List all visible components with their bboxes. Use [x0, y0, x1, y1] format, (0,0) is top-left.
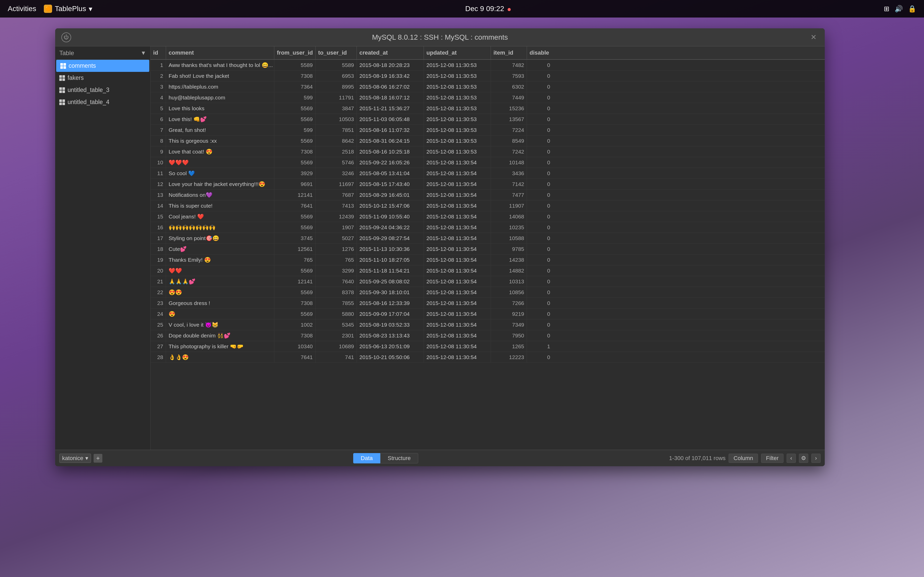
cell-disable: 1 [527, 341, 553, 351]
cell-from-user-id: 7308 [274, 330, 315, 341]
cell-updated-at: 2015-12-08 11:30:54 [424, 200, 491, 211]
cell-item-id: 10856 [491, 287, 527, 298]
cell-comment: ❤️❤️❤️ [166, 157, 274, 168]
table-row[interactable]: 9 Love that coat! 😍 7308 2518 2015-08-16… [150, 146, 825, 157]
table-row[interactable]: 1 Aww thanks that's what I thought to lo… [150, 60, 825, 71]
sidebar-header: Table ▼ [55, 47, 150, 60]
table-row[interactable]: 13 Notifications on💜 12141 7687 2015-08-… [150, 190, 825, 200]
table-row[interactable]: 17 Styling on point🎯😄 3745 5027 2015-09-… [150, 233, 825, 244]
next-icon: › [815, 455, 817, 462]
sidebar-item-untitled-table-4[interactable]: untitled_table_4 [55, 96, 150, 108]
table-row[interactable]: 2 Fab shot! Love the jacket 7308 6953 20… [150, 71, 825, 81]
cell-updated-at: 2015-12-08 11:30:53 [424, 103, 491, 114]
table-body: 1 Aww thanks that's what I thought to lo… [150, 60, 825, 450]
table-row[interactable]: 12 Love your hair the jacket everything!… [150, 179, 825, 190]
network-icon: ⊞ [884, 5, 890, 13]
cell-from-user-id: 5589 [274, 60, 315, 70]
cell-item-id: 9785 [491, 244, 527, 254]
close-button[interactable]: ✕ [809, 32, 819, 42]
table-row[interactable]: 7 Great, fun shot! 599 7851 2015-08-16 1… [150, 125, 825, 135]
table-row[interactable]: 19 Thanks Emily! 😍 765 765 2015-11-10 18… [150, 255, 825, 265]
cell-updated-at: 2015-12-08 11:30:54 [424, 298, 491, 308]
table-row[interactable]: 25 V cool, i love it 😈😸 1002 5345 2015-0… [150, 319, 825, 330]
table-row[interactable]: 11 So cool 💙 3929 3246 2015-08-05 13:41:… [150, 168, 825, 179]
table-row[interactable]: 6 Love this! 👊💕 5569 10503 2015-11-03 06… [150, 114, 825, 125]
cell-updated-at: 2015-12-08 11:30:54 [424, 179, 491, 189]
sidebar-item-comments[interactable]: comments [56, 60, 149, 72]
cell-updated-at: 2015-12-08 11:30:54 [424, 352, 491, 363]
cell-item-id: 13567 [491, 114, 527, 124]
cell-comment: Gorgeous dress ! [166, 298, 274, 308]
table-row[interactable]: 26 Dope double denim 👯💕 7308 2301 2015-0… [150, 330, 825, 341]
col-header-id: id [150, 47, 166, 59]
prev-page-button[interactable]: ‹ [787, 454, 796, 463]
settings-button[interactable]: ⚙ [799, 454, 808, 463]
cell-item-id: 7224 [491, 125, 527, 135]
filter-button[interactable]: Filter [761, 454, 783, 463]
cell-to-user-id: 5589 [315, 60, 357, 70]
sidebar-item-label: untitled_table_3 [68, 87, 109, 93]
table-row[interactable]: 3 https://tableplus.com 7364 8995 2015-0… [150, 81, 825, 92]
power-button[interactable]: ⏻ [61, 32, 71, 42]
cell-disable: 0 [527, 330, 553, 341]
volume-icon: 🔊 [895, 5, 903, 13]
cell-to-user-id: 11791 [315, 92, 357, 103]
prev-icon: ‹ [790, 455, 792, 462]
close-icon: ✕ [811, 33, 816, 42]
cell-created-at: 2015-08-29 16:45:01 [357, 190, 424, 200]
cell-to-user-id: 5880 [315, 309, 357, 319]
table-row[interactable]: 21 🙏🙏🙏💕 12141 7640 2015-09-25 08:08:02 2… [150, 276, 825, 287]
table-row[interactable]: 15 Cool jeans! ❤️ 5569 12439 2015-11-09 … [150, 211, 825, 222]
table-row[interactable]: 23 Gorgeous dress ! 7308 7855 2015-08-16… [150, 298, 825, 309]
table-row[interactable]: 24 😍 5569 5880 2015-09-09 17:07:04 2015-… [150, 309, 825, 319]
cell-id: 1 [150, 60, 166, 70]
cell-from-user-id: 5569 [274, 222, 315, 233]
table-row[interactable]: 5 Love this looks 5569 3847 2015-11-21 1… [150, 103, 825, 114]
table-row[interactable]: 20 ❤️❤️ 5569 3299 2015-11-18 11:54:21 20… [150, 265, 825, 276]
table-row[interactable]: 16 🙌🙌🙌🙌🙌🙌🙌 5569 1907 2015-09-24 04:36:22… [150, 222, 825, 233]
table-row[interactable]: 27 This photography is killer 🤜🤛 10340 1… [150, 341, 825, 352]
main-content: id comment from_user_id to_user_id creat… [150, 47, 825, 450]
cell-comment: This photography is killer 🤜🤛 [166, 341, 274, 351]
table-row[interactable]: 18 Cute💕 12561 1276 2015-11-13 10:30:36 … [150, 244, 825, 255]
table-row[interactable]: 4 huy@tableplusapp.com 599 11791 2015-08… [150, 92, 825, 103]
cell-item-id: 7449 [491, 92, 527, 103]
cell-created-at: 2015-08-16 11:07:32 [357, 125, 424, 135]
table-row[interactable]: 14 This is super cute! 7641 7413 2015-10… [150, 200, 825, 211]
next-page-button[interactable]: › [811, 454, 821, 463]
table-row[interactable]: 8 This is gorgeous :xx 5569 8642 2015-08… [150, 135, 825, 146]
cell-created-at: 2015-08-05 13:41:04 [357, 168, 424, 179]
cell-to-user-id: 1276 [315, 244, 357, 254]
app-dropdown-arrow: ▾ [89, 5, 92, 13]
cell-updated-at: 2015-12-08 11:30:53 [424, 135, 491, 146]
bottom-bar: katonice ▾ + Data Structure 1-300 of 107… [55, 450, 825, 466]
sidebar-item-fakers[interactable]: fakers [55, 72, 150, 84]
cell-id: 25 [150, 319, 166, 330]
cell-created-at: 2015-10-12 15:47:06 [357, 200, 424, 211]
cell-id: 8 [150, 135, 166, 146]
cell-to-user-id: 6953 [315, 71, 357, 81]
cell-updated-at: 2015-12-08 11:30:53 [424, 81, 491, 92]
sidebar-item-untitled-table-3[interactable]: untitled_table_3 [55, 84, 150, 96]
activities-label[interactable]: Activities [8, 5, 36, 13]
add-database-button[interactable]: + [94, 454, 102, 463]
cell-created-at: 2015-09-22 16:05:26 [357, 157, 424, 168]
table-row[interactable]: 10 ❤️❤️❤️ 5569 5746 2015-09-22 16:05:26 … [150, 157, 825, 168]
cell-disable: 0 [527, 179, 553, 189]
cell-disable: 0 [527, 233, 553, 243]
table-row[interactable]: 22 😍😍 5569 8378 2015-09-30 18:10:01 2015… [150, 287, 825, 298]
cell-disable: 0 [527, 157, 553, 168]
tab-data[interactable]: Data [353, 453, 380, 463]
tab-structure[interactable]: Structure [380, 453, 418, 463]
table-row[interactable]: 28 👌👌😍 7641 741 2015-10-21 05:50:06 2015… [150, 352, 825, 363]
cell-to-user-id: 3246 [315, 168, 357, 179]
cell-to-user-id: 741 [315, 352, 357, 363]
database-selector[interactable]: katonice ▾ [59, 454, 91, 463]
cell-updated-at: 2015-12-08 11:30:53 [424, 125, 491, 135]
cell-from-user-id: 12141 [274, 190, 315, 200]
sidebar-arrow-icon[interactable]: ▼ [141, 50, 146, 56]
taskbar-app[interactable]: 🟠 TablePlus ▾ [44, 5, 92, 13]
tableplus-icon: 🟠 [44, 5, 52, 13]
column-button[interactable]: Column [729, 454, 758, 463]
cell-to-user-id: 3847 [315, 103, 357, 114]
